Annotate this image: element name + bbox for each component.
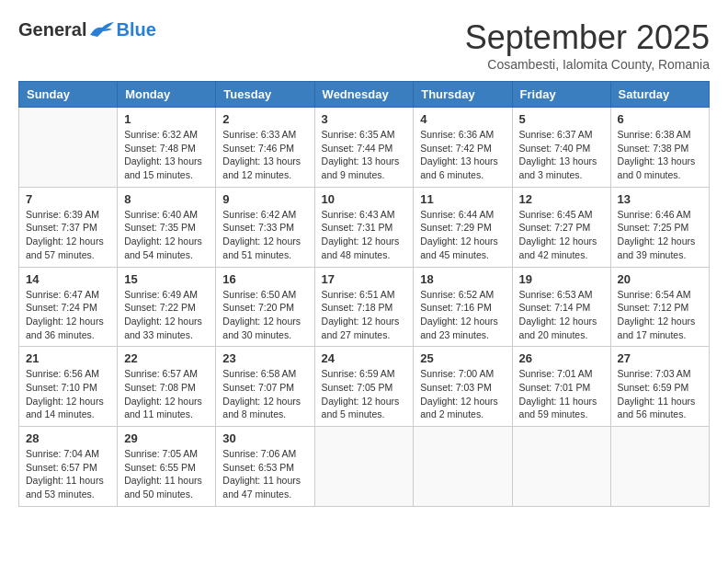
day-info: Sunrise: 6:39 AMSunset: 7:37 PMDaylight:…	[26, 208, 110, 262]
day-number: 3	[322, 112, 407, 126]
calendar-cell: 18Sunrise: 6:52 AMSunset: 7:16 PMDayligh…	[414, 267, 512, 347]
weekday-header-tuesday: Tuesday	[216, 82, 314, 108]
calendar-cell: 26Sunrise: 7:01 AMSunset: 7:01 PMDayligh…	[512, 347, 610, 427]
day-number: 4	[420, 112, 505, 126]
week-row-2: 7Sunrise: 6:39 AMSunset: 7:37 PMDaylight…	[19, 187, 710, 267]
day-info: Sunrise: 6:37 AMSunset: 7:40 PMDaylight:…	[519, 128, 604, 182]
day-info: Sunrise: 6:33 AMSunset: 7:46 PMDaylight:…	[222, 128, 307, 182]
day-number: 15	[124, 272, 209, 286]
calendar-cell: 28Sunrise: 7:04 AMSunset: 6:57 PMDayligh…	[19, 427, 118, 507]
day-number: 25	[420, 351, 505, 365]
calendar-cell	[512, 427, 610, 507]
day-number: 16	[222, 272, 307, 286]
calendar-cell: 4Sunrise: 6:36 AMSunset: 7:42 PMDaylight…	[414, 108, 512, 188]
day-info: Sunrise: 6:50 AMSunset: 7:20 PMDaylight:…	[222, 288, 307, 342]
day-number: 6	[618, 112, 702, 126]
day-info: Sunrise: 6:47 AMSunset: 7:24 PMDaylight:…	[26, 288, 110, 342]
week-row-5: 28Sunrise: 7:04 AMSunset: 6:57 PMDayligh…	[19, 427, 710, 507]
calendar-cell: 7Sunrise: 6:39 AMSunset: 7:37 PMDaylight…	[19, 187, 118, 267]
day-info: Sunrise: 7:05 AMSunset: 6:55 PMDaylight:…	[124, 447, 209, 501]
calendar-cell: 9Sunrise: 6:42 AMSunset: 7:33 PMDaylight…	[216, 187, 314, 267]
day-number: 17	[322, 272, 407, 286]
day-number: 10	[322, 192, 407, 206]
week-row-1: 1Sunrise: 6:32 AMSunset: 7:48 PMDaylight…	[19, 108, 710, 188]
day-number: 28	[26, 431, 110, 445]
day-number: 12	[519, 192, 604, 206]
day-info: Sunrise: 6:43 AMSunset: 7:31 PMDaylight:…	[322, 208, 407, 262]
weekday-header-row: SundayMondayTuesdayWednesdayThursdayFrid…	[19, 82, 710, 108]
day-number: 11	[420, 192, 505, 206]
day-info: Sunrise: 7:06 AMSunset: 6:53 PMDaylight:…	[222, 447, 307, 501]
day-number: 23	[222, 351, 307, 365]
weekday-header-thursday: Thursday	[414, 82, 512, 108]
day-info: Sunrise: 6:46 AMSunset: 7:25 PMDaylight:…	[618, 208, 702, 262]
day-number: 21	[26, 351, 110, 365]
day-info: Sunrise: 6:36 AMSunset: 7:42 PMDaylight:…	[420, 128, 505, 182]
day-number: 19	[519, 272, 604, 286]
day-number: 20	[618, 272, 702, 286]
page-header: General Blue September 2025 Cosambesti, …	[18, 18, 710, 72]
day-info: Sunrise: 6:54 AMSunset: 7:12 PMDaylight:…	[618, 288, 702, 342]
calendar-cell: 24Sunrise: 6:59 AMSunset: 7:05 PMDayligh…	[314, 347, 414, 427]
day-info: Sunrise: 6:42 AMSunset: 7:33 PMDaylight:…	[222, 208, 307, 262]
weekday-header-monday: Monday	[118, 82, 216, 108]
day-info: Sunrise: 6:44 AMSunset: 7:29 PMDaylight:…	[420, 208, 505, 262]
day-number: 2	[222, 112, 307, 126]
day-number: 5	[519, 112, 604, 126]
calendar-cell	[314, 427, 414, 507]
calendar-cell: 19Sunrise: 6:53 AMSunset: 7:14 PMDayligh…	[512, 267, 610, 347]
weekday-header-friday: Friday	[512, 82, 610, 108]
calendar-cell	[19, 108, 118, 188]
calendar-cell: 16Sunrise: 6:50 AMSunset: 7:20 PMDayligh…	[216, 267, 314, 347]
day-info: Sunrise: 6:58 AMSunset: 7:07 PMDaylight:…	[222, 367, 307, 421]
day-number: 22	[124, 351, 209, 365]
day-number: 24	[322, 351, 407, 365]
day-info: Sunrise: 7:00 AMSunset: 7:03 PMDaylight:…	[420, 367, 505, 421]
day-number: 14	[26, 272, 110, 286]
calendar-cell: 23Sunrise: 6:58 AMSunset: 7:07 PMDayligh…	[216, 347, 314, 427]
calendar-cell: 17Sunrise: 6:51 AMSunset: 7:18 PMDayligh…	[314, 267, 414, 347]
calendar-cell: 12Sunrise: 6:45 AMSunset: 7:27 PMDayligh…	[512, 187, 610, 267]
calendar-cell: 29Sunrise: 7:05 AMSunset: 6:55 PMDayligh…	[118, 427, 216, 507]
calendar-cell: 5Sunrise: 6:37 AMSunset: 7:40 PMDaylight…	[512, 108, 610, 188]
calendar-cell: 20Sunrise: 6:54 AMSunset: 7:12 PMDayligh…	[610, 267, 709, 347]
day-number: 13	[618, 192, 702, 206]
calendar-cell: 14Sunrise: 6:47 AMSunset: 7:24 PMDayligh…	[19, 267, 118, 347]
day-number: 29	[124, 431, 209, 445]
calendar-cell: 21Sunrise: 6:56 AMSunset: 7:10 PMDayligh…	[19, 347, 118, 427]
day-info: Sunrise: 6:57 AMSunset: 7:08 PMDaylight:…	[124, 367, 209, 421]
calendar-cell: 15Sunrise: 6:49 AMSunset: 7:22 PMDayligh…	[118, 267, 216, 347]
logo: General Blue	[18, 18, 156, 40]
day-info: Sunrise: 6:53 AMSunset: 7:14 PMDaylight:…	[519, 288, 604, 342]
day-info: Sunrise: 6:51 AMSunset: 7:18 PMDaylight:…	[322, 288, 407, 342]
day-info: Sunrise: 6:59 AMSunset: 7:05 PMDaylight:…	[322, 367, 407, 421]
calendar-table: SundayMondayTuesdayWednesdayThursdayFrid…	[18, 81, 710, 507]
calendar-cell	[610, 427, 709, 507]
day-number: 1	[124, 112, 209, 126]
calendar-cell	[414, 427, 512, 507]
week-row-4: 21Sunrise: 6:56 AMSunset: 7:10 PMDayligh…	[19, 347, 710, 427]
logo-general-text: General	[18, 19, 86, 40]
weekday-header-saturday: Saturday	[610, 82, 709, 108]
day-info: Sunrise: 7:03 AMSunset: 6:59 PMDaylight:…	[618, 367, 702, 421]
calendar-cell: 2Sunrise: 6:33 AMSunset: 7:46 PMDaylight…	[216, 108, 314, 188]
day-info: Sunrise: 7:01 AMSunset: 7:01 PMDaylight:…	[519, 367, 604, 421]
calendar-cell: 10Sunrise: 6:43 AMSunset: 7:31 PMDayligh…	[314, 187, 414, 267]
day-info: Sunrise: 6:38 AMSunset: 7:38 PMDaylight:…	[618, 128, 702, 182]
calendar-cell: 13Sunrise: 6:46 AMSunset: 7:25 PMDayligh…	[610, 187, 709, 267]
title-section: September 2025 Cosambesti, Ialomita Coun…	[465, 18, 710, 72]
calendar-cell: 22Sunrise: 6:57 AMSunset: 7:08 PMDayligh…	[118, 347, 216, 427]
month-title: September 2025	[465, 18, 710, 57]
day-number: 27	[618, 351, 702, 365]
day-info: Sunrise: 6:35 AMSunset: 7:44 PMDaylight:…	[322, 128, 407, 182]
calendar-cell: 11Sunrise: 6:44 AMSunset: 7:29 PMDayligh…	[414, 187, 512, 267]
calendar-cell: 27Sunrise: 7:03 AMSunset: 6:59 PMDayligh…	[610, 347, 709, 427]
day-number: 9	[222, 192, 307, 206]
day-number: 7	[26, 192, 110, 206]
day-number: 30	[222, 431, 307, 445]
location-subtitle: Cosambesti, Ialomita County, Romania	[465, 57, 710, 72]
day-info: Sunrise: 6:52 AMSunset: 7:16 PMDaylight:…	[420, 288, 505, 342]
day-info: Sunrise: 7:04 AMSunset: 6:57 PMDaylight:…	[26, 447, 110, 501]
calendar-cell: 6Sunrise: 6:38 AMSunset: 7:38 PMDaylight…	[610, 108, 709, 188]
week-row-3: 14Sunrise: 6:47 AMSunset: 7:24 PMDayligh…	[19, 267, 710, 347]
